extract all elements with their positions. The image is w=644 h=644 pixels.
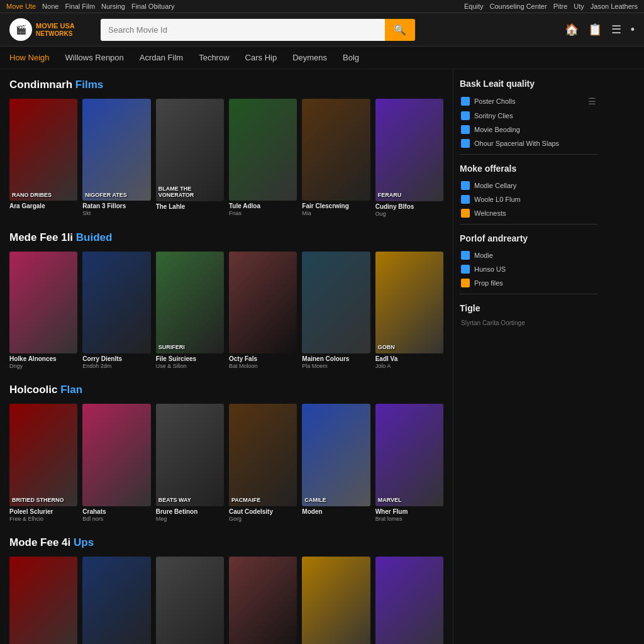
movie-card[interactable]: CrahatsBdl nors bbox=[82, 404, 150, 524]
topbar-uty[interactable]: Uty bbox=[574, 3, 584, 10]
movie-grid-1: Holke AlnoncesDngyCorry DienltsEndoh 2dm… bbox=[9, 252, 443, 372]
nav-item-1[interactable]: Willows Renpon bbox=[65, 53, 124, 62]
sidebar-ohour[interactable]: Ohour Spacerial With Slaps bbox=[460, 136, 597, 150]
sidebar-hunso[interactable]: Hunso US bbox=[460, 262, 597, 276]
movie-card[interactable]: BLAME THE VONERATORThe Lahle bbox=[156, 99, 224, 219]
movie-info: Holke AlnoncesDngy bbox=[9, 353, 77, 371]
nav-item-0[interactable]: How Neigh bbox=[9, 53, 50, 62]
sidebar-woole[interactable]: Woole L0 Flum bbox=[460, 192, 597, 206]
movie-sub: Free & Elhcio bbox=[9, 516, 77, 522]
movie-info: File SuircieesUse & Silion bbox=[156, 353, 224, 371]
movie-card[interactable]: Corry DienltsEndoh 2dm bbox=[82, 252, 150, 372]
search-button[interactable]: 🔍 bbox=[385, 19, 415, 41]
nav-item-2[interactable]: Acrdan Film bbox=[140, 53, 183, 62]
movie-card[interactable]: SAMONS DOUBLE WAYSamons Double Way bbox=[9, 557, 77, 644]
sidebar-icon-10 bbox=[461, 279, 470, 287]
movie-title: Fair Clescrwing bbox=[302, 203, 370, 210]
movie-card[interactable]: MARVELWher FlumBrat lomes bbox=[375, 404, 443, 524]
home-icon[interactable]: 🏠 bbox=[565, 23, 579, 36]
movie-poster: ELRIO LAMINER bbox=[229, 557, 297, 644]
movie-card[interactable]: FERARUCudiny BlfosOug bbox=[375, 99, 443, 219]
movie-card[interactable]: GADABNTal Gadabn bbox=[82, 557, 150, 644]
movie-poster: SAMONS DOUBLE WAY bbox=[9, 557, 77, 644]
logo: 🎬 MOVIE USA NETWORKS bbox=[9, 18, 91, 41]
movie-title: Tule Adloa bbox=[229, 203, 297, 210]
movie-info: Cudiny BlfosOug bbox=[375, 201, 443, 219]
topbar-link-3[interactable]: Nursing bbox=[101, 3, 125, 10]
movie-card[interactable]: SLERN FOPESSlern Fopes bbox=[302, 557, 370, 644]
movie-card[interactable]: Holke AlnoncesDngy bbox=[9, 252, 77, 372]
movie-card[interactable]: BEATS WAYBrure BetinonMeg bbox=[156, 404, 224, 524]
sidebar-welcnests[interactable]: Welcnests bbox=[460, 206, 597, 220]
movie-card[interactable]: ELRIO LAMINERElrio Laminer bbox=[229, 557, 297, 644]
poster-text: CAMILE bbox=[304, 497, 367, 504]
movie-sub: Meg bbox=[156, 516, 224, 522]
movie-poster: BLAME THE VONERATOR bbox=[156, 99, 224, 201]
movie-poster: SLERN FOPES bbox=[302, 557, 370, 644]
movie-info: Brure BetinonMeg bbox=[156, 506, 224, 524]
movie-card[interactable]: Fair ClescrwingMia bbox=[302, 99, 370, 219]
search-input[interactable] bbox=[101, 19, 385, 41]
movie-card[interactable]: NIGOFER ATESRatan 3 FillorsSkt bbox=[82, 99, 150, 219]
movie-card[interactable]: RANO DRIBESAra Gargale bbox=[9, 99, 77, 219]
movie-title: Octy Fals bbox=[229, 355, 297, 363]
poster-text: MARVEL bbox=[378, 497, 441, 504]
sidebar-prop-files[interactable]: Prop files bbox=[460, 276, 597, 290]
movie-card[interactable]: DEMER PRINESDemer Prines bbox=[375, 557, 443, 644]
movie-poster: BEATS WAY bbox=[156, 404, 224, 506]
movie-info: Eadl VaJolo A bbox=[375, 353, 443, 371]
sidebar-modie-cellary[interactable]: Modie Cellary bbox=[460, 179, 597, 192]
movie-card[interactable]: GOBNEadl VaJolo A bbox=[375, 252, 443, 372]
movie-card[interactable]: BAMP OVERTime to Pruly bbox=[156, 557, 224, 644]
topbar-link-4[interactable]: Final Obituary bbox=[131, 3, 174, 10]
sidebar-quality-title: Bask Leait quality bbox=[460, 79, 597, 89]
movie-poster: SURIFERI bbox=[156, 252, 224, 354]
movie-sub: Mia bbox=[302, 210, 370, 216]
nav-item-3[interactable]: Techrow bbox=[199, 53, 229, 62]
movie-card[interactable]: Tule AdloaFnas bbox=[229, 99, 297, 219]
movie-card[interactable]: Mainen ColoursPla Moem bbox=[302, 252, 370, 372]
topbar-pitre[interactable]: Pitre bbox=[553, 3, 568, 10]
movie-info: Corry DienltsEndoh 2dm bbox=[82, 353, 150, 371]
sidebar-label-2: Soritny Clies bbox=[474, 112, 513, 119]
movie-sub: Fnas bbox=[229, 210, 297, 216]
movie-title: Moden bbox=[302, 508, 370, 516]
sidebar-icon-8 bbox=[461, 251, 470, 260]
movie-title: Caut Codelsity bbox=[229, 508, 297, 516]
sidebar-soritny[interactable]: Soritny Clies bbox=[460, 109, 597, 123]
movie-poster bbox=[9, 252, 77, 353]
topbar-equity[interactable]: Equity bbox=[464, 3, 484, 10]
sidebar-menu-icon: ☰ bbox=[588, 96, 596, 106]
movie-title: Cudiny Blfos bbox=[375, 203, 443, 211]
nav-item-4[interactable]: Cars Hip bbox=[245, 53, 277, 62]
sidebar-modie[interactable]: Modie bbox=[460, 248, 597, 262]
movie-poster bbox=[302, 252, 370, 353]
logo-text: MOVIE USA NETWORKS bbox=[36, 22, 75, 36]
more-icon[interactable]: • bbox=[631, 23, 635, 36]
topbar-link-2[interactable]: Final Film bbox=[65, 3, 95, 10]
menu-icon[interactable]: ☰ bbox=[611, 23, 621, 36]
movie-title: Mainen Colours bbox=[302, 355, 370, 363]
nav-item-6[interactable]: Bolg bbox=[343, 53, 359, 62]
movie-sub: Pla Moem bbox=[302, 363, 370, 369]
topbar-link-1[interactable]: None bbox=[42, 3, 58, 10]
movie-sub: Bat Moloon bbox=[229, 363, 297, 369]
movie-card[interactable]: SURIFERIFile SuircieesUse & Silion bbox=[156, 252, 224, 372]
movie-sub: Use & Silion bbox=[156, 363, 224, 369]
bookmark-icon[interactable]: 📋 bbox=[588, 23, 602, 36]
topbar-counseling[interactable]: Counseling Center bbox=[490, 3, 547, 10]
movie-card[interactable]: BRITIED STHERNOPoleel SclurierFree & Elh… bbox=[9, 404, 77, 524]
movie-card[interactable]: PACMAIFECaut CodelsityGorg bbox=[229, 404, 297, 524]
nav-item-5[interactable]: Deymens bbox=[292, 53, 327, 62]
movie-poster: NIGOFER ATES bbox=[82, 99, 150, 201]
movie-card[interactable]: CAMILEModen bbox=[302, 404, 370, 524]
sidebar-filter-sub: Slyrtan Carita Oortinge bbox=[460, 318, 597, 330]
sidebar-poster-cholls[interactable]: Poster Cholls ☰ bbox=[460, 94, 597, 109]
poster-text: PACMAIFE bbox=[231, 497, 294, 504]
topbar-user[interactable]: Jason Leathers bbox=[591, 3, 638, 10]
topbar-link-0[interactable]: Move Ute bbox=[6, 3, 36, 10]
movie-card[interactable]: Octy FalsBat Moloon bbox=[229, 252, 297, 372]
sidebar-offers-title: Moke offerals bbox=[460, 164, 597, 174]
poster-text: RANO DRIBES bbox=[12, 192, 75, 199]
sidebar-movie-beoding[interactable]: Movie Beoding bbox=[460, 123, 597, 136]
